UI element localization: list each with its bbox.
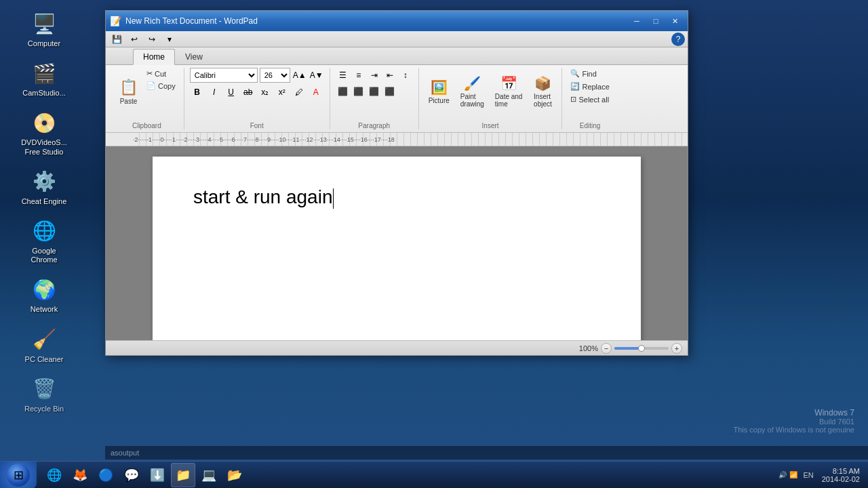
highlight-button[interactable]: 🖊 <box>292 85 307 100</box>
icon-computer[interactable]: 🖥️ Computer <box>17 7 71 51</box>
strikethrough-button[interactable]: ab <box>241 85 256 100</box>
paint-drawing-button[interactable]: 🖌️ Paintdrawing <box>456 68 488 115</box>
insert-controls: 🖼️ Picture 🖌️ Paintdrawing 📅 Date andtim… <box>425 68 557 115</box>
tab-home[interactable]: Home <box>133 49 175 65</box>
zoom-in-button[interactable]: + <box>671 343 682 354</box>
replace-button[interactable]: 🔄 Replace <box>568 81 612 92</box>
taskbar-items: 🌐 🦊 🔵 💬 ⬇️ 📁 💻 📂 <box>39 462 773 488</box>
subscript-button[interactable]: x₂ <box>258 85 273 100</box>
date-time-label: Date andtime <box>495 93 523 108</box>
quick-access-toolbar: 💾 ↩ ↪ ▾ ? <box>106 31 688 47</box>
document-content[interactable]: start & run again <box>193 184 600 210</box>
date-time-icon: 📅 <box>500 75 517 92</box>
start-button[interactable]: ⊞ <box>0 462 37 489</box>
help-button[interactable]: ? <box>671 33 685 46</box>
windows-watermark: Windows 7 Build 7601 This copy of Window… <box>733 408 854 434</box>
qa-undo-btn[interactable]: ↩ <box>126 33 142 46</box>
italic-button[interactable]: I <box>207 85 222 100</box>
wordpad-app-icon: 📝 <box>110 16 121 26</box>
taskbar-windows[interactable]: 💻 <box>197 463 221 487</box>
ribbon: 📋 Paste ✂ Cut 📄 Copy Clipboa <box>106 65 688 133</box>
align-center-button[interactable]: ⬛ <box>351 84 366 99</box>
align-left-button[interactable]: ⬛ <box>336 84 351 99</box>
tab-view[interactable]: View <box>175 49 213 64</box>
minimize-button[interactable]: ─ <box>628 14 646 28</box>
icon-pc-cleaner-label: PC Cleaner <box>25 355 64 364</box>
font-controls: Calibri 26 A▲ A▼ B I U ab x₂ <box>190 68 324 100</box>
camstudio-icon: 🎬 <box>30 59 58 87</box>
paste-button[interactable]: 📋 Paste <box>115 68 142 115</box>
taskbar-utorrent[interactable]: ⬇️ <box>145 463 170 487</box>
maximize-button[interactable]: □ <box>647 14 665 28</box>
clock-time: 8:15 AM <box>833 467 860 475</box>
cut-button[interactable]: ✂ Cut <box>144 68 178 79</box>
insert-object-icon: 📦 <box>534 75 551 92</box>
numbered-list-button[interactable]: ≡ <box>351 68 366 83</box>
superscript-button[interactable]: x² <box>275 85 290 100</box>
paragraph-label: Paragraph <box>336 121 413 129</box>
ruler: ·2·····-1·····0·····1·····2·····3·····4·… <box>106 133 688 146</box>
shrink-font-button[interactable]: A▼ <box>309 68 324 83</box>
icon-dvdvideo[interactable]: 📀 DVDVideoS...Free Studio <box>17 106 71 159</box>
notification-bar: asoutput <box>105 446 868 460</box>
document-text: start & run again <box>193 186 332 207</box>
icon-google-chrome-label: Google Chrome <box>20 247 68 264</box>
picture-button[interactable]: 🖼️ Picture <box>425 68 454 115</box>
justify-button[interactable]: ⬛ <box>382 84 397 99</box>
language-indicator: EN <box>803 471 813 479</box>
cut-icon: ✂ <box>146 69 153 78</box>
taskbar-ie[interactable]: 🌐 <box>42 463 66 487</box>
qa-save-btn[interactable]: 💾 <box>108 33 125 46</box>
line-spacing-button[interactable]: ↕ <box>398 68 413 83</box>
win-build: Build 7601 <box>733 418 854 426</box>
font-name-select[interactable]: Calibri <box>190 68 258 83</box>
taskbar-chrome[interactable]: 🔵 <box>94 463 118 487</box>
icon-google-chrome[interactable]: 🌐 Google Chrome <box>17 214 71 267</box>
icon-camstudio-label: CamStudio... <box>22 89 66 98</box>
close-button[interactable]: ✕ <box>666 14 684 28</box>
insert-object-button[interactable]: 📦 Insertobject <box>529 68 556 115</box>
qa-dropdown-btn[interactable]: ▾ <box>161 33 178 46</box>
insert-object-label: Insertobject <box>534 93 552 108</box>
wordpad-window: 📝 New Rich Text Document - WordPad ─ □ ✕… <box>105 10 688 356</box>
font-group: Calibri 26 A▲ A▼ B I U ab x₂ <box>184 68 330 129</box>
list-btns: ☰ ≡ ⇥ ⇤ ↕ <box>336 68 413 83</box>
taskbar-firefox[interactable]: 🦊 <box>68 463 92 487</box>
pc-cleaner-icon: 🧹 <box>30 325 58 354</box>
icon-camstudio[interactable]: 🎬 CamStudio... <box>17 56 71 100</box>
copy-button[interactable]: 📄 Copy <box>144 80 178 92</box>
notification-text: asoutput <box>111 449 139 457</box>
icon-network[interactable]: 🌍 Network <box>17 272 71 317</box>
select-all-button[interactable]: ⊡ Select all <box>568 94 612 105</box>
underline-button[interactable]: U <box>224 85 239 100</box>
icon-cheat-engine[interactable]: ⚙️ Cheat Engine <box>17 165 71 209</box>
icon-pc-cleaner[interactable]: 🧹 PC Cleaner <box>17 323 71 367</box>
picture-label: Picture <box>429 97 450 104</box>
icon-recycle-bin[interactable]: 🗑️ Recycle Bin <box>17 372 71 416</box>
indent-more-button[interactable]: ⇥ <box>367 68 382 83</box>
document-page[interactable]: start & run again <box>153 157 641 340</box>
align-right-button[interactable]: ⬛ <box>367 84 382 99</box>
grow-font-button[interactable]: A▲ <box>292 68 307 83</box>
font-color-button[interactable]: A <box>309 85 323 100</box>
taskbar-file-manager[interactable]: 📂 <box>222 463 247 487</box>
paint-label: Paintdrawing <box>460 93 484 108</box>
clock: 8:15 AM 2014-02-02 <box>819 467 863 483</box>
icon-recycle-bin-label: Recycle Bin <box>24 405 64 413</box>
bold-button[interactable]: B <box>190 85 205 100</box>
find-button[interactable]: 🔍 Find <box>568 68 612 79</box>
bullet-list-button[interactable]: ☰ <box>336 68 351 83</box>
document-area[interactable]: start & run again <box>106 146 688 340</box>
insert-label: Insert <box>425 121 557 129</box>
system-tray: 🔊 📶 <box>778 471 797 479</box>
qa-redo-btn[interactable]: ↪ <box>144 33 160 46</box>
indent-less-button[interactable]: ⇤ <box>382 68 397 83</box>
date-time-button[interactable]: 📅 Date andtime <box>491 68 527 115</box>
zoom-slider[interactable] <box>614 347 669 350</box>
taskbar-skype[interactable]: 💬 <box>119 463 144 487</box>
taskbar-folder[interactable]: 📁 <box>171 463 195 487</box>
zoom-out-button[interactable]: − <box>601 343 612 354</box>
font-size-select[interactable]: 26 <box>260 68 290 83</box>
zoom-control: 100% − + <box>579 343 682 354</box>
icon-dvdvideo-label: DVDVideoS...Free Studio <box>21 138 67 156</box>
